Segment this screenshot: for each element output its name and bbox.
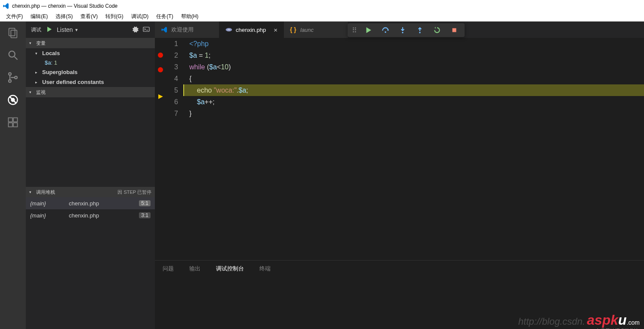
svg-rect-0	[9, 28, 15, 36]
menu-go[interactable]: 转到(G)	[102, 12, 126, 21]
svg-rect-11	[9, 123, 12, 127]
json-icon: { }	[290, 26, 297, 33]
svg-point-17	[402, 32, 403, 33]
watch-body	[26, 97, 155, 187]
restart-button[interactable]	[429, 24, 445, 36]
vscode-logo-icon	[3, 3, 9, 9]
callstack-body: {main}chenxin.php5:1{main}chenxin.php3:1	[26, 197, 155, 221]
line-number: 3	[166, 61, 178, 73]
debug-console-icon[interactable]	[143, 26, 150, 34]
breakpoint-icon[interactable]	[158, 67, 163, 72]
editor-tab[interactable]: 欢迎使用	[155, 22, 219, 38]
drag-handle-icon[interactable]: ⠿	[350, 26, 359, 34]
code-line[interactable]: $a = 1;	[183, 50, 644, 61]
extensions-icon[interactable]	[6, 115, 20, 129]
var-a[interactable]: $a: 1	[26, 58, 155, 67]
svg-text:php: php	[228, 28, 231, 31]
code-line[interactable]: }	[183, 108, 644, 119]
menu-selection[interactable]: 选择(S)	[52, 12, 76, 21]
code-editor[interactable]: ▶ 1234567 <?php$a = 1;while ($a<10){ ech…	[155, 38, 644, 260]
menu-view[interactable]: 查看(V)	[77, 12, 101, 21]
chevron-down-icon[interactable]: ▾	[75, 27, 78, 33]
continue-button[interactable]	[361, 24, 376, 36]
variables-section-header[interactable]: ▾变量	[26, 38, 155, 48]
menu-help[interactable]: 帮助(H)	[178, 12, 202, 21]
panel-tab[interactable]: 调试控制台	[216, 265, 244, 273]
chevron-down-icon: ▾	[29, 41, 34, 45]
svg-rect-12	[13, 123, 17, 127]
code-line[interactable]: $a++;	[183, 96, 644, 108]
svg-rect-19	[453, 28, 456, 32]
debug-config-select[interactable]: Listen	[57, 26, 73, 33]
editor-tab[interactable]: { }launc	[284, 22, 348, 38]
variables-body: ▾Locals $a: 1 ▸Superglobals ▸User define…	[26, 48, 155, 87]
svg-point-2	[9, 51, 15, 57]
stop-button[interactable]	[447, 24, 462, 36]
panel-tab[interactable]: 问题	[163, 265, 174, 273]
var-group-superglobals[interactable]: ▸Superglobals	[26, 67, 155, 77]
svg-point-6	[15, 76, 17, 79]
svg-rect-9	[9, 118, 12, 122]
svg-line-3	[15, 57, 18, 60]
current-line-icon: ▶	[155, 90, 166, 102]
callstack-frame[interactable]: {main}chenxin.php3:1	[26, 209, 155, 221]
line-number: 1	[166, 38, 178, 50]
breakpoint-gutter[interactable]: ▶	[155, 38, 166, 260]
var-group-locals[interactable]: ▾Locals	[26, 48, 155, 58]
debug-label: 调试	[31, 26, 41, 34]
line-number: 6	[166, 96, 178, 108]
var-group-userconstants[interactable]: ▸User defined constants	[26, 77, 155, 87]
code-line[interactable]: echo "woca:".$a;	[183, 84, 644, 96]
callstack-section-header[interactable]: ▾调用堆栈 因 STEP 已暂停	[26, 187, 155, 197]
callstack-frame[interactable]: {main}chenxin.php5:1	[26, 197, 155, 209]
menu-tasks[interactable]: 任务(T)	[153, 12, 176, 21]
debug-sidebar: 调试 Listen ▾ ▾变量 ▾Locals $a: 1 ▸Superglob…	[26, 22, 155, 329]
svg-point-8	[11, 98, 15, 102]
activity-bar	[0, 22, 26, 329]
watch-section-header[interactable]: ▾监视	[26, 87, 155, 97]
svg-point-16	[385, 31, 386, 33]
code-line[interactable]: <?php	[183, 38, 644, 50]
explorer-icon[interactable]	[6, 26, 20, 40]
svg-rect-1	[11, 30, 17, 38]
line-number-gutter: 1234567	[166, 38, 183, 260]
menu-debug[interactable]: 调试(D)	[128, 12, 152, 21]
code-content[interactable]: <?php$a = 1;while ($a<10){ echo "woca:".…	[183, 38, 644, 260]
line-number: 2	[166, 50, 178, 61]
svg-rect-10	[13, 118, 17, 122]
panel-tab[interactable]: 终端	[259, 265, 271, 273]
close-icon[interactable]: ×	[274, 26, 277, 34]
panel-tab[interactable]: 输出	[189, 265, 200, 273]
step-out-button[interactable]	[412, 24, 428, 36]
code-line[interactable]: {	[183, 73, 644, 84]
step-over-button[interactable]	[378, 24, 393, 36]
editor-tab[interactable]: phpchenxin.php×	[219, 22, 284, 38]
window-titlebar: chenxin.php — chenxin — Visual Studio Co…	[0, 0, 644, 12]
search-icon[interactable]	[6, 48, 20, 62]
line-number: 7	[166, 108, 178, 119]
watermark: http://blog.csdn. aspku.com 免费网站源码下载站!	[518, 312, 640, 328]
chevron-right-icon: ▸	[35, 80, 40, 84]
gear-icon[interactable]	[132, 26, 139, 34]
debug-header: 调试 Listen ▾	[26, 22, 155, 38]
menubar: 文件(F) 编辑(E) 选择(S) 查看(V) 转到(G) 调试(D) 任务(T…	[0, 12, 644, 22]
vscode-icon	[161, 26, 168, 33]
chevron-down-icon: ▾	[29, 190, 34, 194]
line-number: 4	[166, 73, 178, 84]
chevron-down-icon: ▾	[29, 90, 34, 94]
start-debug-button[interactable]	[46, 26, 52, 34]
svg-point-5	[9, 80, 11, 82]
window-title: chenxin.php — chenxin — Visual Studio Co…	[12, 3, 117, 9]
code-line[interactable]: while ($a<10)	[183, 61, 644, 73]
chevron-right-icon: ▸	[35, 70, 40, 74]
menu-file[interactable]: 文件(F)	[3, 12, 26, 21]
menu-edit[interactable]: 编辑(E)	[27, 12, 51, 21]
editor-area: 欢迎使用phpchenxin.php×{ }launc ⠿ ▶ 1234567 …	[155, 22, 644, 329]
source-control-icon[interactable]	[6, 71, 20, 84]
line-number: 5	[166, 84, 178, 96]
debug-icon[interactable]	[6, 93, 20, 107]
step-into-button[interactable]	[395, 24, 410, 36]
breakpoint-icon[interactable]	[158, 53, 163, 58]
variables-title: 变量	[36, 40, 46, 47]
watch-title: 监视	[36, 89, 46, 96]
